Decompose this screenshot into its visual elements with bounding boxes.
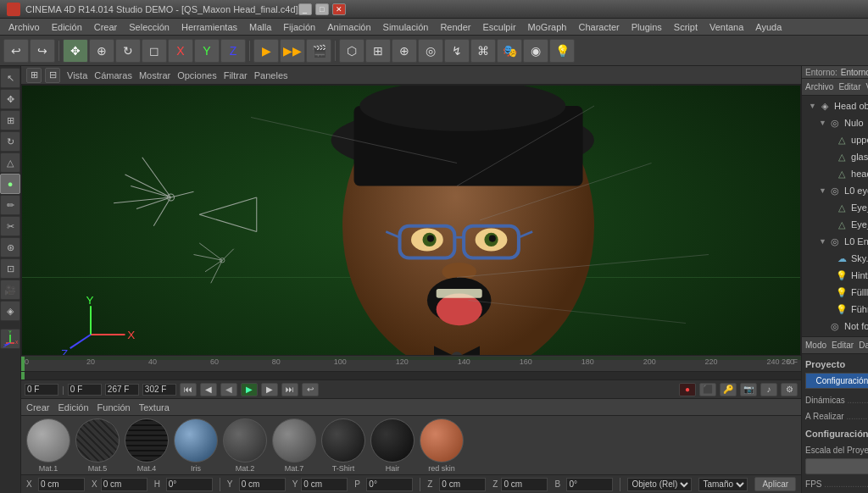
menu-animación[interactable]: Animación [322,20,376,34]
menu-ayuda[interactable]: Ayuda [750,20,787,34]
misc-btn5[interactable]: ↯ [444,39,470,63]
render-btn1[interactable]: ▶ [253,39,279,63]
render-btn3[interactable]: 🎬 [306,39,331,63]
menu-ventana[interactable]: Ventana [704,20,748,34]
obj-row-nfcu[interactable]: ◎ Not for commercial use ✓ ✓ [802,318,868,335]
tool-rotate[interactable]: ↻ [0,131,20,152]
coord-y-input[interactable] [239,478,286,491]
frame-current[interactable] [25,384,58,396]
tool-brush[interactable]: ✏ [0,195,20,215]
misc-btn4[interactable]: ◎ [418,39,443,63]
frame-total[interactable] [142,384,176,396]
apply-button[interactable]: Aplicar [754,477,796,491]
viewport-icon[interactable]: ⊞ [26,68,42,83]
next-frame-button[interactable]: ▶ [261,383,278,396]
coord-mode-select[interactable]: Objeto (Rel) Mundo [627,478,692,491]
tamaño-select[interactable]: Tamaño [698,478,748,491]
obj-row-full[interactable]: 💡 Fülllicht ✓ ✓ [802,284,868,301]
material-iris[interactable]: Iris [174,418,218,473]
coord-x-input[interactable] [38,478,85,491]
maximize-button[interactable]: □ [315,3,329,15]
prev-frame-button[interactable]: ◀ [200,383,217,396]
coord-y2-input[interactable] [301,478,348,491]
viewport-icon2[interactable]: ⊟ [45,68,60,83]
menu-crear[interactable]: Crear [89,20,123,34]
menu-plugins[interactable]: Plugins [626,20,667,34]
play-button[interactable]: ▶ [241,383,258,396]
preview-button[interactable]: 📷 [740,383,757,396]
loop-button[interactable]: ↩ [302,383,319,396]
obj-row-hinter[interactable]: 💡 Hintergrundlicht ✓ ✓ [802,267,868,284]
undo-button[interactable]: ↩ [3,39,29,63]
material-tshirt[interactable]: T-Shirt [321,418,365,473]
go-start-button[interactable]: ⏮ [180,383,197,396]
vt-vista[interactable]: Vista [67,70,87,80]
x-button[interactable]: X [168,39,193,63]
play-rev-button[interactable]: ◀ [220,383,237,396]
misc-btn9[interactable]: 💡 [549,39,575,63]
sound-button[interactable]: ♪ [760,383,777,396]
tool-move[interactable]: ✥ [0,89,20,109]
y-button[interactable]: Y [194,39,220,63]
vt-paneles[interactable]: Paneles [254,70,288,80]
vt-mostrar[interactable]: Mostrar [139,70,170,80]
menu-esculpir[interactable]: Esculpir [477,20,520,34]
material-mat1[interactable]: Mat.1 [26,418,70,473]
tool-knife[interactable]: ✂ [0,216,20,236]
attr-tab-config[interactable]: Configuración del Proyecto [805,373,868,389]
misc-btn8[interactable]: ◉ [523,39,548,63]
record-button[interactable]: ● [679,383,696,396]
menu-render[interactable]: Render [435,20,476,34]
mat-crear[interactable]: Crear [26,402,50,413]
coord-p-input[interactable] [366,478,413,491]
key-button[interactable]: 🔑 [720,383,737,396]
tool-active[interactable]: ● [0,174,20,194]
om-archivo[interactable]: Archivo [805,82,833,91]
om-editar[interactable]: Editar [838,82,860,91]
frame-end[interactable] [105,384,139,396]
tool-select[interactable]: ↖ [0,68,20,88]
close-button[interactable]: ✕ [332,3,346,15]
material-redskin[interactable]: red skin [420,418,464,473]
menu-selección[interactable]: Selección [124,20,175,34]
tool-magnet[interactable]: ⊛ [0,237,20,258]
menu-archivo[interactable]: Archivo [3,20,45,34]
menu-mograph[interactable]: MoGraph [523,20,572,34]
attr-editar[interactable]: Editar [832,341,854,350]
coord-z-input[interactable] [439,478,486,491]
vt-cameras[interactable]: Cámaras [94,70,132,80]
minimize-button[interactable]: _ [298,3,312,15]
menu-edición[interactable]: Edición [47,20,87,34]
select-button[interactable]: ◻ [142,39,167,63]
vt-opciones[interactable]: Opciones [177,70,216,80]
obj-row-eye-r[interactable]: △ Eye_R ✓ ✓ [802,216,868,233]
obj-row-upper-teeth[interactable]: △ upper teeth ✓ ✓ [802,131,868,148]
rotate-button[interactable]: ↻ [115,39,141,63]
material-hair[interactable]: Hair [370,418,415,473]
misc-btn6[interactable]: ⌘ [470,39,496,63]
attr-datos[interactable]: Datos de Usuario [859,341,868,350]
misc-btn1[interactable]: ⬡ [339,39,364,63]
obj-row-nulo[interactable]: ▼ ◎ Nulo ✓ ✓ [802,114,868,131]
mat-textura[interactable]: Textura [139,402,170,413]
attr-modo[interactable]: Modo [805,341,826,350]
material-mat7[interactable]: Mat.7 [272,418,316,473]
menu-herramientas[interactable]: Herramientas [176,20,242,34]
material-mat5[interactable]: Mat.5 [75,418,120,473]
coord-z2-input[interactable] [501,478,548,491]
material-mat4[interactable]: Mat.4 [125,418,169,473]
mat-funcion[interactable]: Función [97,402,131,413]
auto-key-button[interactable]: ⬛ [699,383,716,396]
misc-btn7[interactable]: 🎭 [497,39,522,63]
scale-button[interactable]: ⊕ [89,39,114,63]
viewport-3d[interactable]: Perspectiva [21,85,801,356]
obj-row-eye-l[interactable]: △ Eye_L ✓ ✓ [802,199,868,216]
material-mat2[interactable]: Mat.2 [223,418,267,473]
z-button[interactable]: Z [220,39,246,63]
menu-simulación[interactable]: Simulación [378,20,434,34]
attr-btn-escalar-proyecto[interactable]: Escalar Proyecto... [805,458,868,474]
tool-axis[interactable]: Y X Z [0,329,20,349]
misc-btn3[interactable]: ⊕ [392,39,417,63]
vt-filtrar[interactable]: Filtrar [224,70,248,80]
tool-poly[interactable]: △ [0,152,20,173]
